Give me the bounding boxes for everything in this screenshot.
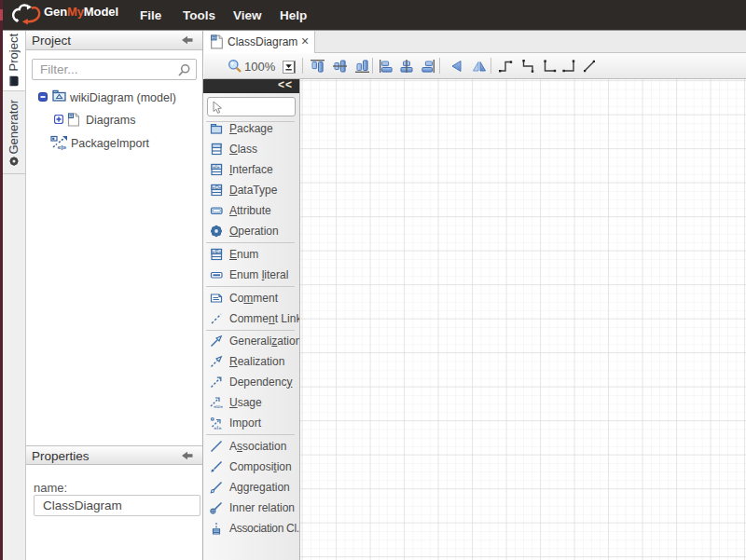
- svg-text:«u»: «u»: [214, 403, 223, 409]
- svg-text:«E»: «E»: [213, 248, 222, 253]
- svg-text:«I»: «I»: [58, 144, 67, 151]
- svg-text:«I»: «I»: [213, 163, 220, 169]
- svg-text:«D»: «D»: [213, 184, 222, 189]
- svg-text:«I»: «I»: [214, 424, 222, 429]
